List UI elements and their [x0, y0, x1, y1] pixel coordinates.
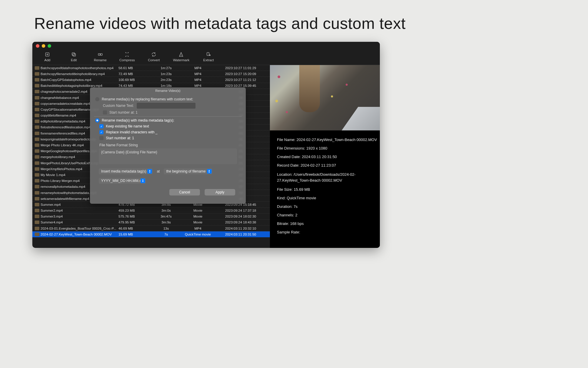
fullscreen-icon[interactable] [48, 44, 51, 48]
video-thumb-icon [35, 96, 39, 100]
meta-dimensions: File Dimensions: 1920 x 1080 [277, 146, 377, 150]
position-dropdown[interactable]: the beginning of filename ▲▼ [164, 168, 212, 174]
file-name-cell: MergeXmpfiletoPhotos.mp4 [41, 167, 82, 171]
chevron-updown-icon: ▲▼ [141, 178, 145, 183]
meta-filename: File Name: 2024-02-27.KeyWest_Town-Beach… [277, 137, 377, 142]
table-row[interactable]: 2024-02-27.KeyWest_Town-Beach 00002.MOV1… [32, 231, 270, 237]
file-duration-cell: 1m:23s [150, 72, 182, 76]
overlap-icon [71, 52, 76, 57]
checkbox-icon[interactable] [99, 124, 103, 128]
table-row[interactable]: Summer4.mp4479.95 MB3m:9sMovie2023:09:24… [32, 220, 270, 226]
chevron-updown-icon: ▲▼ [207, 169, 212, 174]
video-thumb-icon [35, 161, 39, 165]
meta-record: Record Date: 2024-02-27 11:23:07 [277, 163, 377, 168]
video-thumb-icon [35, 215, 39, 218]
table-row[interactable]: Summer3.mp4575.76 MB3m:47sMovie2023:09:2… [32, 214, 270, 220]
svg-rect-3 [72, 53, 75, 55]
custom-name-input[interactable] [137, 103, 196, 109]
toolbar-convert[interactable]: Convert [146, 52, 161, 62]
checkbox-icon[interactable] [99, 130, 103, 134]
metadata-panel: File Name: 2024-02-27.KeyWest_Town-Beach… [270, 130, 380, 240]
video-thumb-icon [35, 90, 39, 93]
video-thumb-icon [35, 66, 39, 70]
file-name-cell: copycameradatetocreatdate.mp4 [41, 102, 90, 105]
file-list-pane: Batchcopyexifdatafromaphototootherphotos… [32, 65, 270, 248]
replace-invalid-label: Replace invalid characters with _ [106, 130, 157, 134]
table-row[interactable]: 2024-03-01.Everglades_BoatTour 00026_Cro… [32, 226, 270, 231]
file-kind-cell: MP4 [182, 72, 214, 76]
meta-kind: Kind: QuickTime movie [277, 196, 377, 200]
video-thumb-icon [35, 72, 39, 76]
file-name-cell: fixrenamereferencedfiles.mp4 [41, 132, 85, 135]
toolbar-compress[interactable]: Compress [119, 52, 135, 62]
video-thumb-icon [35, 114, 39, 117]
file-date-cell: 2023:10:27 15:20:09 [214, 72, 268, 76]
table-row[interactable]: Batchcopyfilenametotitleinphotolibrary.m… [32, 71, 270, 77]
radio-metadata-tags[interactable]: Rename media(s) with media metadata tag(… [95, 118, 240, 122]
file-name-cell: setcameradatewithfilename.mp4 [41, 197, 89, 200]
video-thumb-icon [35, 233, 39, 236]
minimize-icon[interactable] [42, 44, 45, 48]
rename-icon [98, 52, 103, 57]
meta-duration: Duration: 7s [277, 204, 377, 209]
file-name-cell: Summer2.mp4 [41, 209, 63, 212]
video-thumb-icon [35, 137, 39, 141]
toolbar-label: Watermark [173, 58, 189, 62]
checkbox-icon[interactable] [103, 110, 107, 115]
file-date-cell: 2023:10:27 11:21:12 [214, 78, 268, 82]
table-row[interactable]: BatchCopyGPSdatatophotos.mp4100.69 MB2m:… [32, 77, 270, 83]
video-thumb-icon [35, 84, 39, 87]
radio-icon [95, 97, 99, 101]
file-name-cell: Batchcopyfilenametotitleinphotolibrary.m… [41, 72, 105, 76]
file-duration-cell: 13s [150, 227, 182, 230]
compress-icon [124, 52, 130, 57]
file-duration-cell: 3m:0s [150, 209, 182, 212]
toolbar-watermark[interactable]: Watermark [173, 52, 189, 62]
video-thumb-icon [35, 227, 39, 230]
table-row[interactable]: Batchcopyexifdatafromaphototootherphotos… [32, 65, 270, 71]
file-name-cell: renamephotowithphotometadata.mp4 [41, 191, 97, 195]
file-name-cell: Batchedittitlephototagsinphotolibrary.mp… [41, 84, 102, 87]
cancel-button[interactable]: Cancel [169, 189, 200, 195]
toolbar-edit[interactable]: Edit [66, 52, 81, 62]
toolbar-label: Edit [71, 58, 77, 62]
toolbar-label: Compress [119, 58, 135, 62]
file-name-cell: Batchcopyexifdatafromaphototootherphotos… [41, 66, 113, 70]
meta-channels: Channels: 2 [277, 213, 377, 217]
start-number-label-2: Start number at: 1 [106, 136, 134, 140]
file-name-cell: Summer4.mp4 [41, 221, 63, 224]
file-kind-cell: Movie [182, 221, 214, 224]
date-format-dropdown[interactable]: YYYY_MM_DD HH.MM.ss ▲▼ [99, 178, 146, 184]
video-thumb-icon [35, 203, 39, 206]
table-row[interactable]: Summer2.mp4459.23 MB3m:0sMovie2023:09:24… [32, 208, 270, 214]
svg-rect-6 [101, 54, 102, 55]
toolbar-extract[interactable]: Extract [201, 52, 216, 62]
insert-tag-dropdown[interactable]: Insert media metadata tag(s) ▲▼ [99, 168, 153, 174]
titlebar [32, 42, 380, 50]
checkbox-icon[interactable] [99, 136, 103, 140]
file-size-cell: 100.69 MB [118, 78, 150, 82]
radio-custom-label: Rename media(s) by replacing filenames w… [102, 97, 193, 101]
chevron-updown-icon: ▲▼ [147, 169, 152, 174]
file-kind-cell: MP4 [182, 84, 214, 87]
video-thumb-icon [35, 155, 39, 159]
file-kind-cell: QuickTime movie [182, 233, 214, 236]
svg-rect-4 [73, 54, 76, 56]
dialog-title: Rename Video(s) [90, 87, 246, 94]
rename-dialog: Rename Video(s) Rename media(s) by repla… [90, 87, 246, 204]
file-name-cell: keeporiginaldatefromexportedicloudp [41, 137, 96, 141]
format-string-input[interactable]: {Camera Date} {Existing File Name} [99, 148, 237, 164]
radio-custom-text[interactable]: Rename media(s) by replacing filenames w… [95, 97, 240, 101]
file-kind-cell: Movie [182, 209, 214, 212]
toolbar-add[interactable]: Add [40, 52, 55, 62]
video-thumb-icon [35, 191, 39, 195]
apply-button[interactable]: Apply [205, 189, 235, 195]
file-name-cell: Merge Photo Library 4K.mp4 [41, 143, 84, 147]
radio-icon [95, 118, 99, 122]
file-date-cell: 2023:09:24 18:02:30 [214, 215, 268, 218]
close-icon[interactable] [36, 44, 39, 48]
toolbar-rename[interactable]: Rename [93, 52, 108, 62]
svg-rect-8 [207, 52, 209, 56]
file-duration-cell: 7s [150, 233, 182, 236]
toolbar: AddEditRenameCompressConvertWatermarkExt… [32, 50, 380, 65]
